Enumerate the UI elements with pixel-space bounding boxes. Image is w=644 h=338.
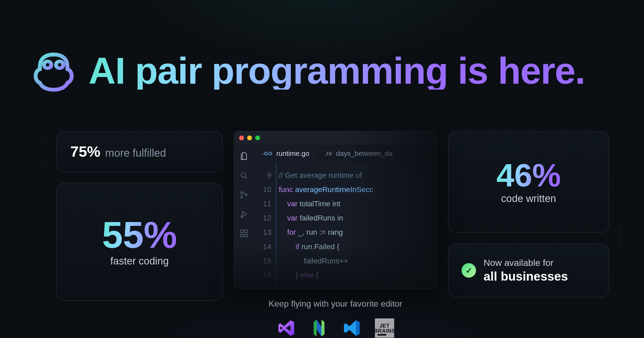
decorative-card	[27, 311, 62, 338]
svg-point-10	[241, 216, 243, 218]
debug-icon[interactable]	[239, 210, 248, 220]
svg-point-2	[46, 63, 49, 67]
search-icon[interactable]	[239, 171, 248, 181]
extensions-icon[interactable]	[239, 229, 248, 239]
window-minimize-icon	[247, 135, 252, 140]
check-icon: ✓	[462, 263, 476, 278]
svg-rect-11	[240, 230, 243, 233]
availability-line-2: all businesses	[484, 269, 568, 284]
stat-fulfilled-card: 75% more fulfilled	[56, 131, 223, 172]
svg-point-8	[241, 196, 243, 198]
code-editor-window: GOruntime.goJSdays_between_da 9101112131…	[233, 131, 437, 289]
stat-faster-label: faster coding	[110, 255, 169, 267]
stat-written-value: 46%	[496, 159, 561, 191]
svg-point-9	[245, 194, 247, 196]
jetbrains-icon: JET BRAINS	[375, 318, 394, 338]
stat-fulfilled-value: 75%	[70, 143, 100, 160]
window-zoom-icon	[255, 135, 260, 140]
copilot-icon	[32, 49, 75, 92]
editor-tagline: Keep flying with your favorite editor	[269, 299, 402, 309]
jetbrains-label-2: BRAINS	[374, 328, 395, 333]
jetbrains-label-1: JET	[379, 323, 390, 328]
window-traffic-lights	[234, 131, 437, 145]
activity-bar	[234, 145, 254, 289]
source-control-icon[interactable]	[239, 190, 248, 200]
stat-written-label: code written	[501, 193, 556, 204]
svg-point-3	[58, 63, 61, 67]
svg-rect-14	[245, 234, 247, 237]
stat-faster-card: 55% faster coding	[56, 183, 223, 301]
availability-line-1: Now available for	[484, 258, 568, 268]
page-headline: AI pair programming is here.	[89, 52, 585, 90]
window-close-icon	[239, 135, 244, 140]
visual-studio-icon	[277, 318, 296, 338]
files-icon[interactable]	[239, 152, 248, 162]
svg-rect-13	[240, 234, 243, 237]
decorative-card	[620, 217, 631, 254]
stat-written-card: 46% code written	[448, 131, 609, 233]
editor-tab[interactable]: GOruntime.go	[254, 145, 317, 163]
vscode-icon	[342, 318, 361, 338]
stat-faster-value: 55%	[102, 216, 177, 254]
svg-point-7	[241, 192, 243, 193]
availability-card: ✓ Now available for all businesses	[448, 244, 609, 297]
svg-rect-12	[245, 230, 247, 233]
svg-point-6	[241, 173, 246, 177]
editor-tab[interactable]: JSdays_between_da	[317, 145, 401, 163]
code-area: 910111213141516 // Get average runtime o…	[254, 163, 437, 289]
editor-tab-bar: GOruntime.goJSdays_between_da	[254, 145, 437, 163]
stat-fulfilled-label: more fulfilled	[105, 147, 166, 159]
editor-logos-row: JET BRAINS	[277, 318, 394, 338]
neovim-icon	[309, 318, 329, 338]
decorative-card	[30, 131, 46, 168]
